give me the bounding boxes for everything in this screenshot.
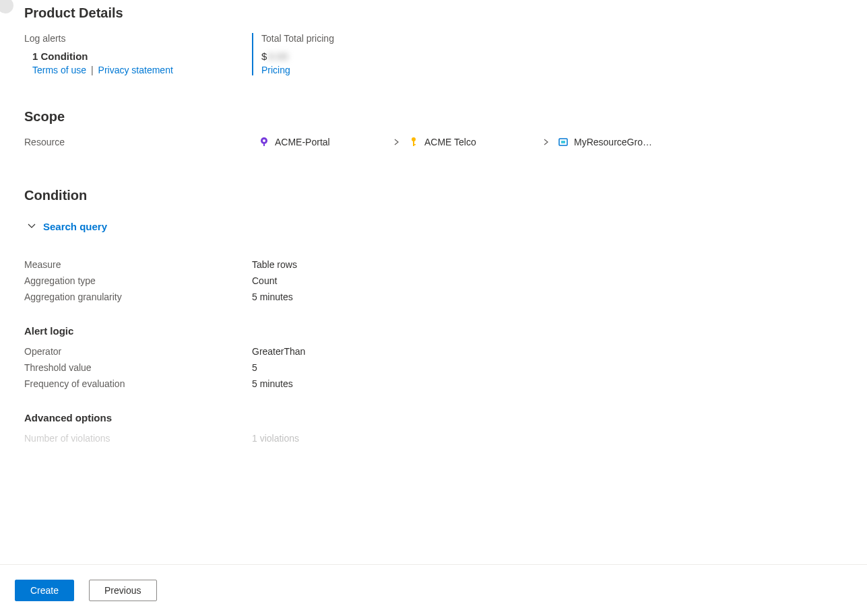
key-icon: [408, 137, 419, 147]
svg-rect-7: [561, 141, 565, 143]
price-hidden: 0.00: [268, 50, 288, 62]
aggregation-type-label: Aggregation type: [24, 275, 252, 286]
aggregation-granularity-value: 5 minutes: [252, 292, 293, 302]
breadcrumb: ACME-Portal ACME Telco MyResourceGro…: [259, 137, 693, 147]
breadcrumb-label: ACME-Portal: [275, 137, 330, 147]
operator-value: GreaterThan: [252, 346, 305, 357]
log-alerts-label: Log alerts: [24, 33, 252, 44]
threshold-value: 5: [252, 362, 257, 373]
search-query-label: Search query: [43, 221, 107, 232]
condition-count: 1 Condition: [32, 50, 252, 62]
aggregation-granularity-label: Aggregation granularity: [24, 292, 252, 302]
resource-group-icon: [558, 137, 569, 147]
violations-label: Number of violations: [24, 433, 252, 444]
link-separator: |: [91, 65, 94, 75]
svg-rect-1: [263, 143, 265, 146]
currency-symbol: $: [261, 50, 267, 62]
footer-action-bar: Create Previous: [0, 564, 867, 616]
measure-label: Measure: [24, 259, 252, 270]
frequency-label: Frequency of evaluation: [24, 378, 252, 389]
privacy-statement-link[interactable]: Privacy statement: [98, 65, 173, 75]
svg-rect-4: [413, 141, 414, 146]
measure-value: Table rows: [252, 259, 297, 270]
chevron-right-icon: [543, 137, 550, 147]
condition-heading: Condition: [24, 188, 843, 203]
terms-of-use-link[interactable]: Terms of use: [32, 65, 86, 75]
breadcrumb-label: ACME Telco: [424, 137, 476, 147]
insights-icon: [259, 137, 269, 147]
resource-label: Resource: [24, 137, 259, 147]
violations-value: 1 violations: [252, 433, 299, 444]
breadcrumb-label: MyResourceGro…: [574, 137, 652, 147]
chevron-right-icon: [393, 137, 400, 147]
breadcrumb-item-insights[interactable]: ACME-Portal: [259, 137, 393, 147]
svg-rect-5: [413, 144, 416, 145]
alert-logic-heading: Alert logic: [24, 325, 843, 337]
product-details-heading: Product Details: [24, 5, 843, 21]
pricing-link[interactable]: Pricing: [261, 65, 290, 75]
threshold-label: Threshold value: [24, 362, 252, 373]
previous-button[interactable]: Previous: [89, 580, 156, 601]
create-button[interactable]: Create: [15, 580, 74, 601]
operator-label: Operator: [24, 346, 252, 357]
svg-point-2: [263, 139, 265, 142]
frequency-value: 5 minutes: [252, 378, 293, 389]
scope-heading: Scope: [24, 109, 843, 125]
total-pricing-label: Total Total pricing: [261, 33, 334, 44]
chevron-down-icon: [27, 221, 36, 232]
search-query-toggle[interactable]: Search query: [27, 221, 107, 232]
aggregation-type-value: Count: [252, 275, 277, 286]
breadcrumb-item-subscription[interactable]: ACME Telco: [408, 137, 543, 147]
breadcrumb-item-resourcegroup[interactable]: MyResourceGro…: [558, 137, 693, 147]
advanced-options-heading: Advanced options: [24, 412, 843, 423]
